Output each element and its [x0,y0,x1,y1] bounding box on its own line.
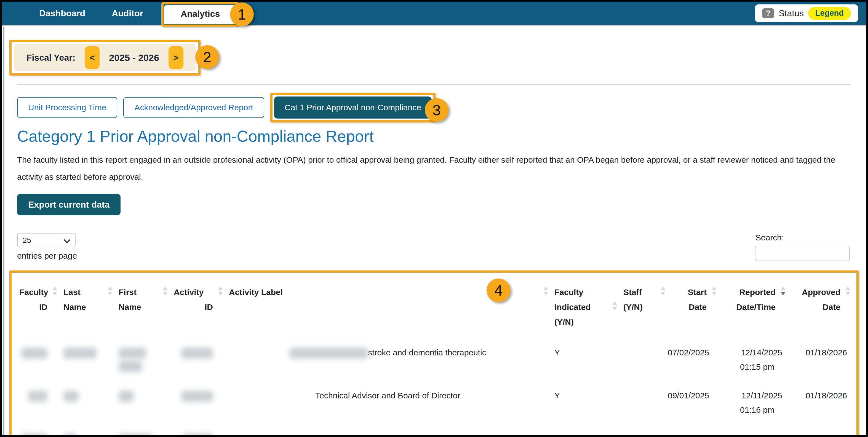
sort-icon[interactable] [163,286,168,295]
col-label: Reported [719,285,788,300]
col-label: Approved [788,285,852,300]
cell-activity-id-redacted [170,423,225,437]
annotation-box-analytics: Analytics [161,2,239,27]
cell-activity-label: Technical Advisor and Board of Director [225,380,551,423]
fiscal-year-value: 2025 - 2026 [109,52,159,63]
col-header-reported-datetime[interactable]: Reported Date/Time [719,274,788,337]
cell-activity-id-redacted [170,337,225,380]
cell-faculty-id-redacted [16,337,60,380]
fiscal-year-next-button[interactable]: > [168,46,183,69]
cell-faculty-indicated: Y [551,337,619,380]
section-divider [17,84,851,85]
sort-icon-active-desc[interactable] [781,286,785,295]
status-legend-button[interactable]: ? Status Legend [755,4,858,22]
nav-item-dashboard[interactable]: Dashboard [39,2,85,25]
sort-icon[interactable] [107,286,113,295]
cell-faculty-id-redacted [16,423,60,437]
sort-icon[interactable] [544,286,548,295]
reported-time: 01:16 pm [719,403,775,417]
annotation-box-fiscal-year: Fiscal Year: < 2025 - 2026 > [9,40,200,75]
cell-last-name-redacted [60,380,115,423]
table-row: stroke and dementia therapeutic Y 07/02/… [16,337,852,380]
reported-date: 12/14/2025 [719,345,782,360]
noncompliance-table: Faculty ID Last Name First Name [16,274,852,437]
col-header-start-date[interactable]: Start Date [668,274,719,337]
entries-per-page-select[interactable]: 25 [17,233,75,247]
nav-item-analytics[interactable]: Analytics [164,5,237,24]
activity-label-text: stroke and dementia therapeutic [368,348,486,357]
cell-activity-label: stroke and dementia therapeutic [225,337,551,380]
tab-unit-processing-time[interactable]: Unit Processing Time [17,97,117,118]
col-header-faculty-indicated[interactable]: Faculty Indicated (Y/N) [551,274,619,337]
cell-staff [619,380,668,423]
activity-label-text: Technical Advisor and Board of Director [315,391,460,400]
col-label: First [115,285,170,300]
annotation-circle-1: 1 [230,2,254,26]
col-header-activity-id[interactable]: Activity ID [170,274,225,337]
question-mark-icon: ? [762,8,774,18]
col-label: Faculty [551,285,619,300]
cell-last-name-redacted [60,337,115,380]
annotation-box-table: Faculty ID Last Name First Name [9,271,859,437]
search-label: Search: [755,233,784,242]
tab-cat1-prior-approval[interactable]: Cat 1 Prior Approval non-Compliance [274,96,432,119]
app-window: Dashboard Auditor Analytics ? Status Leg… [0,0,868,437]
legend-badge[interactable]: Legend [808,7,851,20]
sort-icon[interactable] [845,286,850,295]
cell-approved-date: 01/18/2026 [788,423,852,437]
list-controls: 25 entries per page Search: [17,233,851,261]
fiscal-year-selector: Fiscal Year: < 2025 - 2026 > [14,44,196,71]
col-label: (Y/N) [619,300,668,315]
cell-approved-date: 01/18/2026 [788,380,852,423]
col-header-staff[interactable]: Staff (Y/N) [619,274,668,337]
col-header-last-name[interactable]: Last Name [60,274,115,337]
entries-per-page-label: entries per page [17,251,77,260]
cell-first-name-redacted [115,380,170,423]
col-label: Last [60,285,115,300]
col-label: ID [170,300,225,315]
nav-item-auditor[interactable]: Auditor [112,2,143,25]
cell-first-name-redacted [115,337,170,380]
search-input[interactable] [755,246,850,261]
cell-faculty-indicated: Y [551,423,619,437]
fiscal-year-label: Fiscal Year: [27,53,75,63]
col-label: Date [668,300,719,315]
col-label: (Y/N) [551,315,619,330]
col-label: Name [115,300,170,315]
tab-acknowledged-approved-report[interactable]: Acknowledged/Approved Report [123,97,264,118]
fiscal-year-prev-button[interactable]: < [85,46,99,69]
cell-first-name-redacted [115,423,170,437]
window-edge-line [3,27,4,435]
reported-time: 01:15 pm [719,360,775,374]
status-label: Status [779,8,804,19]
cell-activity-label: Work as a research scientist [225,423,551,437]
col-label: Date/Time [719,300,788,315]
activity-label-text: Work as a research scientist [336,434,440,437]
cell-approved-date: 01/18/2026 [788,337,852,380]
sort-icon[interactable] [53,286,57,295]
sort-icon[interactable] [612,301,617,310]
cell-staff [619,337,668,380]
cell-start-date: 09/01/2025 [668,380,719,423]
annotation-box-cat1-tab: Cat 1 Prior Approval non-Compliance [270,93,436,122]
cell-last-name-redacted [60,423,115,437]
col-header-faculty-id[interactable]: Faculty ID [16,274,60,337]
page-title: Category 1 Prior Approval non-Compliance… [17,127,851,145]
col-label: Start [668,285,719,300]
col-header-approved-date[interactable]: Approved Date [788,274,852,337]
cell-faculty-id-redacted [16,380,60,423]
top-navbar: Dashboard Auditor Analytics ? Status Leg… [2,2,866,25]
sort-icon[interactable] [218,286,223,295]
search-control: Search: [755,233,850,261]
table-header-row: Faculty ID Last Name First Name [16,274,852,337]
export-current-data-button[interactable]: Export current data [17,194,121,215]
cell-faculty-indicated: Y [551,380,619,423]
reported-date: 12/04/2025 [719,432,782,437]
col-header-first-name[interactable]: First Name [115,274,170,337]
sort-icon[interactable] [660,286,665,295]
sort-icon[interactable] [712,286,717,295]
cell-reported-datetime: 12/11/2025 01:16 pm [719,380,788,423]
col-label: Date [788,300,852,315]
col-label: Indicated [551,300,619,315]
col-label: Activity [170,285,225,300]
